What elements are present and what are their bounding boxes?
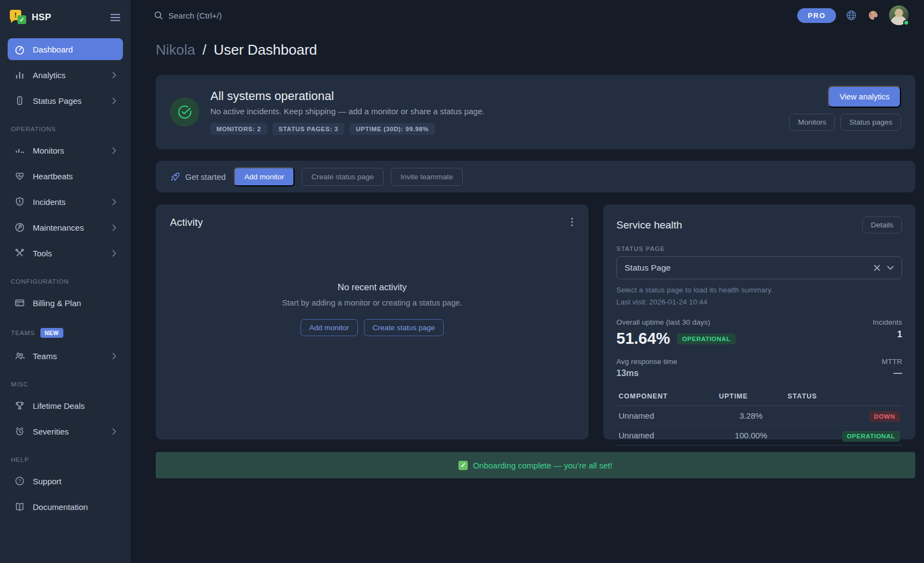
column-header-component: COMPONENT (616, 388, 717, 406)
crossed-tools-icon (14, 248, 25, 259)
table-row[interactable]: Unnamed 100.00% OPERATIONAL (616, 426, 902, 445)
empty-create-status-page-button[interactable]: Create status page (364, 319, 444, 336)
chevron-down-icon[interactable] (887, 266, 894, 270)
create-status-page-button[interactable]: Create status page (302, 168, 384, 186)
hero-title: All systems operational (210, 89, 778, 103)
sidebar-item-severities[interactable]: Severities (8, 420, 123, 442)
mttr-label: MTTR (882, 357, 903, 366)
operational-status-badge: OPERATIONAL (677, 333, 735, 344)
last-visit-text: Last visit: 2026-01-24 10:44 (616, 298, 902, 306)
monitors-button[interactable]: Monitors (789, 114, 835, 131)
overall-uptime-stat: Overall uptime (last 30 days) 51.64% OPE… (616, 318, 735, 348)
search-input[interactable]: Search (Ctrl+/) (154, 10, 222, 20)
mttr-stat: MTTR — (882, 357, 903, 378)
language-globe-icon[interactable] (845, 9, 857, 21)
monitor-bars-icon (14, 145, 25, 156)
sidebar-item-lifetime-deals[interactable]: Lifetime Deals (8, 395, 123, 417)
empty-state-title: No recent activity (338, 282, 407, 292)
get-started-bar: Get started Add monitor Create status pa… (156, 161, 915, 192)
add-monitor-button[interactable]: Add monitor (234, 167, 295, 186)
trophy-icon (14, 400, 25, 411)
incidents-label: Incidents (873, 318, 902, 326)
theme-palette-icon[interactable] (867, 9, 880, 22)
empty-state-subtitle: Start by adding a monitor or creating a … (282, 298, 462, 307)
online-status-dot (903, 20, 909, 26)
component-name-cell: Unnamed (616, 426, 717, 445)
heartbeat-icon (14, 171, 25, 181)
sidebar-nav: Dashboard Analytics Status Pages (8, 35, 123, 518)
clear-selection-icon[interactable] (874, 265, 880, 271)
sidebar-item-label: Heartbeats (33, 172, 73, 181)
avg-response-stat: Avg response time 13ms (616, 357, 678, 378)
shield-exclamation-icon (14, 196, 25, 207)
service-health-title: Service health (616, 219, 682, 231)
hero-text: All systems operational No active incide… (210, 89, 778, 135)
avg-response-label: Avg response time (616, 357, 678, 366)
wrench-circle-icon (14, 222, 25, 233)
sidebar-item-dashboard[interactable]: Dashboard (8, 38, 123, 60)
sidebar-item-analytics[interactable]: Analytics (8, 64, 123, 86)
bar-chart-icon (14, 69, 25, 80)
chevron-right-icon (112, 72, 116, 79)
sidebar-item-heartbeats[interactable]: Heartbeats (8, 165, 123, 187)
chevron-right-icon (112, 428, 116, 435)
sidebar-item-label: Support (33, 477, 62, 486)
search-icon (154, 10, 163, 20)
sidebar-section-teams: TEAMS NEW (11, 328, 120, 338)
users-icon (14, 350, 25, 361)
service-health-card: Service health Details STATUS PAGE Statu… (603, 204, 915, 439)
activity-card: Activity No recent activity Start by add… (156, 204, 588, 439)
column-header-uptime: UPTIME (717, 388, 786, 406)
overall-uptime-value: 51.64% (616, 330, 670, 348)
onboarding-banner: ✓ Onboarding complete — you’re all set! (156, 452, 915, 478)
hamburger-menu-icon[interactable] (110, 13, 121, 22)
brand-name: HSP (32, 12, 51, 23)
empty-add-monitor-button[interactable]: Add monitor (301, 319, 358, 336)
overall-uptime-label: Overall uptime (last 30 days) (616, 318, 735, 326)
breadcrumb-parent[interactable]: Nikola (156, 42, 195, 58)
book-icon (14, 501, 25, 512)
gauge-icon (14, 44, 25, 55)
rocket-icon (170, 172, 180, 181)
incidents-value: 1 (873, 330, 902, 339)
sidebar-item-status-pages[interactable]: Status Pages (8, 90, 123, 112)
hero-subtitle: No active incidents. Keep shipping — add… (210, 107, 778, 116)
sidebar-item-incidents[interactable]: Incidents (8, 191, 123, 213)
status-pages-count-badge: STATUS PAGES: 3 (273, 123, 344, 135)
operational-status-badge: OPERATIONAL (842, 431, 900, 442)
sidebar-item-teams[interactable]: Teams (8, 345, 123, 367)
pro-badge[interactable]: PRO (797, 8, 836, 23)
status-page-select[interactable]: Status Page (616, 256, 902, 279)
sidebar-item-label: Teams (33, 351, 57, 361)
app-logo-icon[interactable]: ! ✓ (10, 10, 26, 25)
page-title: User Dashboard (214, 42, 317, 58)
down-status-badge: DOWN (869, 411, 900, 422)
sidebar-section-operations: OPERATIONS (11, 126, 120, 132)
sidebar-item-support[interactable]: ? Support (8, 470, 123, 492)
sidebar-item-documentation[interactable]: Documentation (8, 496, 123, 518)
hero-stat-badges: MONITORS: 2 STATUS PAGES: 3 UPTIME (30D)… (210, 123, 778, 135)
sidebar-item-tools[interactable]: Tools (8, 242, 123, 264)
status-pages-button[interactable]: Status pages (840, 114, 901, 131)
sidebar-item-label: Severities (33, 427, 69, 436)
sidebar-item-maintenances[interactable]: Maintenances (8, 216, 123, 238)
uptime-incidents-row: Overall uptime (last 30 days) 51.64% OPE… (616, 318, 902, 348)
dashboard-columns: Activity No recent activity Start by add… (156, 204, 915, 439)
component-name-cell: Unnamed (616, 406, 717, 426)
topbar-actions: PRO (797, 5, 909, 25)
chevron-right-icon (112, 224, 116, 231)
component-uptime-cell: 3.28% (717, 406, 786, 426)
details-button[interactable]: Details (862, 216, 902, 233)
invite-teammate-button[interactable]: Invite teammate (391, 168, 463, 186)
sidebar-item-billing[interactable]: Billing & Plan (8, 292, 123, 314)
chevron-right-icon (112, 147, 116, 154)
user-avatar[interactable] (889, 5, 909, 25)
table-row[interactable]: Unnamed 3.28% DOWN (616, 406, 902, 426)
view-analytics-button[interactable]: View analytics (828, 86, 901, 108)
main-area: Search (Ctrl+/) PRO Nikola / User Dashbo (132, 0, 924, 563)
credit-card-icon (14, 297, 25, 308)
sidebar-item-monitors[interactable]: Monitors (8, 139, 123, 161)
select-controls (874, 265, 894, 271)
status-hero-card: All systems operational No active incide… (156, 75, 915, 149)
chevron-right-icon (112, 353, 116, 360)
